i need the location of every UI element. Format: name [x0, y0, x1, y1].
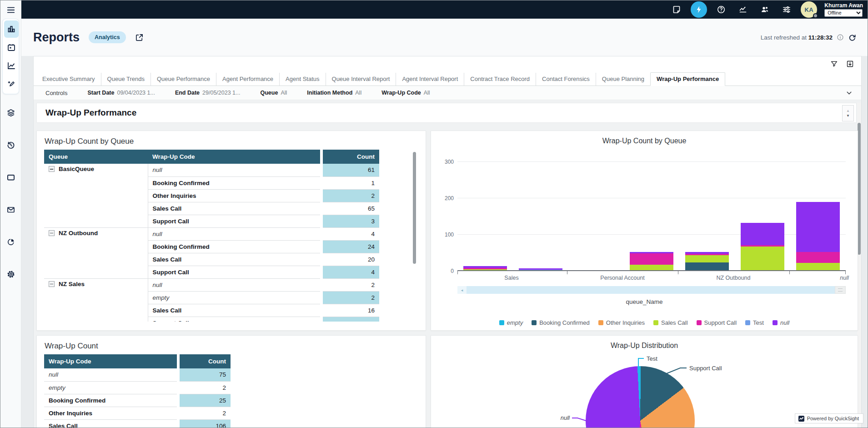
- scroll-band-right-handle[interactable]: [835, 286, 846, 294]
- wrapup-code-cell[interactable]: Sales Call: [44, 419, 178, 428]
- external-link-icon[interactable]: [135, 33, 144, 42]
- legend-item[interactable]: Support Call: [697, 319, 737, 326]
- count-cell[interactable]: 3: [321, 215, 379, 227]
- legend-item[interactable]: null: [773, 319, 789, 326]
- layers-icon[interactable]: [4, 104, 18, 121]
- legend-item[interactable]: Sales Call: [653, 319, 688, 326]
- count-cell[interactable]: 20: [321, 253, 379, 266]
- wrapup-code-cell[interactable]: Other Inquiries: [44, 407, 178, 419]
- chevron-down-icon[interactable]: [845, 89, 853, 97]
- tab-queue-trends[interactable]: Queue Trends: [101, 73, 151, 86]
- bar-segment[interactable]: [630, 253, 673, 265]
- filter-icon[interactable]: [830, 60, 838, 68]
- mail-icon[interactable]: [4, 201, 18, 218]
- tab-queue-performance[interactable]: Queue Performance: [151, 73, 216, 86]
- legend-item[interactable]: empty: [499, 319, 523, 326]
- control-filter-queue[interactable]: QueueAll: [260, 90, 287, 96]
- count-cell[interactable]: 75: [178, 368, 231, 381]
- control-filter-start-date[interactable]: Start Date09/04/2023 1...: [87, 90, 155, 96]
- count-cell[interactable]: 2: [178, 381, 231, 394]
- sheet-scrollbar-thumb[interactable]: [858, 123, 861, 255]
- count-cell[interactable]: 25: [178, 394, 231, 407]
- count-cell[interactable]: 2: [178, 407, 231, 419]
- calendar-icon[interactable]: [4, 39, 19, 56]
- scroll-band-left-handle[interactable]: ◂: [457, 286, 467, 294]
- column-header-wrapup-code[interactable]: Wrap-Up Code: [148, 150, 321, 164]
- wrapup-code-cell[interactable]: Booking Confirmed: [44, 394, 178, 407]
- column-header-count[interactable]: Count: [178, 354, 231, 368]
- pie-chart[interactable]: [586, 366, 695, 428]
- bar-segment[interactable]: [685, 255, 729, 262]
- presence-select[interactable]: Offline: [824, 9, 863, 17]
- wrapup-code-cell[interactable]: Support Call: [148, 266, 321, 278]
- count-cell[interactable]: 2: [321, 278, 379, 291]
- export-icon[interactable]: [846, 60, 854, 68]
- tab-queue-interval-report[interactable]: Queue Interval Report: [326, 73, 396, 86]
- menu-icon[interactable]: [5, 5, 16, 15]
- line-chart-icon[interactable]: [4, 57, 19, 74]
- stacked-bar[interactable]: [796, 202, 840, 271]
- metrics-icon[interactable]: [735, 2, 751, 17]
- bar-segment[interactable]: [796, 202, 840, 252]
- spinner-up-icon[interactable]: ▲: [846, 109, 850, 113]
- collapse-icon[interactable]: [49, 166, 55, 172]
- count-cell[interactable]: 4: [321, 227, 379, 240]
- count-cell[interactable]: 65: [321, 202, 379, 215]
- stacked-bar[interactable]: [685, 252, 729, 271]
- wrapup-code-cell[interactable]: Booking Confirmed: [148, 176, 321, 189]
- pie-chart-icon[interactable]: [4, 233, 18, 251]
- history-icon[interactable]: [4, 136, 18, 154]
- info-icon[interactable]: [837, 34, 844, 41]
- gear-icon[interactable]: [4, 266, 18, 283]
- tab-agent-status[interactable]: Agent Status: [279, 73, 325, 86]
- legend-item[interactable]: Test: [745, 319, 764, 326]
- wrapup-code-cell[interactable]: Sales Call: [148, 304, 321, 317]
- bolt-icon[interactable]: [691, 1, 707, 18]
- wrapup-code-cell[interactable]: Support Call: [148, 215, 321, 227]
- control-filter-initiation-method[interactable]: Initiation MethodAll: [307, 90, 361, 96]
- bar-segment[interactable]: [741, 223, 784, 245]
- contacts-icon[interactable]: [757, 2, 773, 17]
- bar-segment[interactable]: [796, 263, 840, 270]
- wrapup-code-cell[interactable]: null: [148, 278, 321, 291]
- settings-sliders-icon[interactable]: [779, 2, 794, 17]
- wrapup-code-cell[interactable]: Sales Call: [148, 253, 321, 266]
- bar-segment[interactable]: [796, 252, 840, 263]
- refresh-icon[interactable]: [848, 33, 857, 42]
- window-icon[interactable]: [4, 169, 18, 186]
- column-header-queue[interactable]: Queue: [44, 150, 148, 164]
- count-cell[interactable]: 106: [178, 419, 231, 428]
- tab-agent-performance[interactable]: Agent Performance: [216, 73, 279, 86]
- wrapup-code-cell[interactable]: empty: [44, 381, 178, 394]
- stacked-bar[interactable]: [741, 223, 784, 271]
- wrapup-code-cell[interactable]: Support Call: [148, 317, 321, 322]
- column-header-count[interactable]: Count: [321, 150, 379, 164]
- wrapup-code-cell[interactable]: Booking Confirmed: [148, 240, 321, 253]
- table-scrollbar-thumb[interactable]: [413, 152, 416, 264]
- count-cell[interactable]: 24: [321, 240, 379, 253]
- control-filter-wrap-up-code[interactable]: Wrap-Up CodeAll: [381, 90, 430, 96]
- tab-executive-summary[interactable]: Executive Summary: [36, 73, 101, 86]
- spinner-down-icon[interactable]: ▼: [846, 114, 850, 118]
- count-cell[interactable]: 16: [321, 304, 379, 317]
- count-cell[interactable]: [321, 317, 379, 322]
- chart-scroll-band[interactable]: ◂: [457, 286, 846, 294]
- user-avatar[interactable]: KA: [801, 1, 817, 18]
- count-cell[interactable]: 2: [321, 189, 379, 202]
- help-icon[interactable]: [713, 2, 729, 17]
- count-cell[interactable]: 61: [321, 164, 379, 176]
- count-cell[interactable]: 4: [321, 266, 379, 278]
- column-header-wrapup-code[interactable]: Wrap-Up Code: [44, 354, 178, 368]
- control-filter-end-date[interactable]: End Date29/05/2023 1...: [175, 90, 241, 96]
- bar-segment[interactable]: [741, 247, 784, 270]
- stacked-bar[interactable]: [630, 252, 673, 271]
- collapse-icon[interactable]: [49, 230, 55, 236]
- wrapup-code-cell[interactable]: null: [148, 227, 321, 240]
- count-cell[interactable]: 2: [321, 291, 379, 304]
- count-cell[interactable]: 1: [321, 176, 379, 189]
- wrapup-code-cell[interactable]: Sales Call: [148, 202, 321, 215]
- legend-item[interactable]: Other Inquiries: [598, 319, 645, 326]
- powered-by-badge[interactable]: Powered by QuickSight: [795, 413, 863, 423]
- tab-queue-planning[interactable]: Queue Planning: [596, 73, 650, 86]
- legend-item[interactable]: Booking Confirmed: [532, 319, 590, 326]
